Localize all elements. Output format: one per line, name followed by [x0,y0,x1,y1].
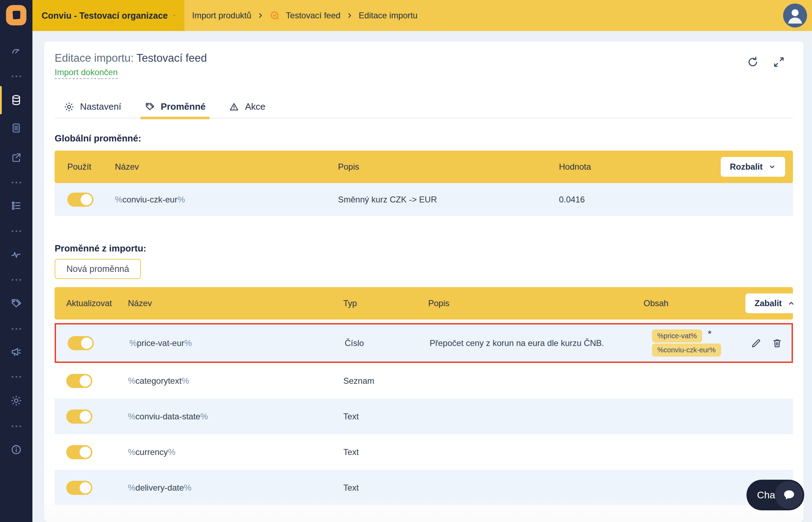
sidebar-item-export[interactable] [0,150,32,165]
sidebar-item-activity[interactable] [0,247,32,262]
column-obsah: Obsah [644,298,745,308]
zabalit-label: Zabalit [755,298,782,308]
pencil-icon [750,337,762,349]
tab-label: Akce [245,101,265,112]
page-title-prefix: Editace importu: [55,52,136,64]
user-avatar[interactable] [783,4,807,28]
content-tag[interactable]: %price-vat% [652,329,702,342]
global-table-header: Použít Název Popis Hodnota Rozbalit [55,151,793,183]
global-variables-heading: Globální proměnné: [55,133,793,144]
import-variable-row-price-vat-eur: %price-vat-eur% Číslo Přepočet ceny z ko… [55,323,793,363]
share-export-icon [11,152,22,163]
sidebar-item-info[interactable] [0,442,32,457]
variable-name: %conviu-data-state% [128,412,343,421]
variable-type: Text [343,412,428,421]
new-variable-button[interactable]: Nová proměnná [55,259,141,279]
zabalit-button[interactable]: Zabalit [745,293,804,313]
import-variable-row-currency: %currency% Text [55,434,793,470]
tab-label: Nastavení [80,101,121,112]
breadcrumb-testovaci-feed[interactable]: Testovací feed [286,11,340,20]
chevron-down-icon [173,11,176,20]
tags-icon [10,298,22,310]
sidebar-dots-icon [0,376,32,378]
sidebar-item-tags[interactable] [0,296,32,311]
breadcrumb: Import produktů Testovací feed Editace i… [184,10,418,21]
sidebar-dots-icon [0,328,32,330]
toggle-knob [80,447,91,458]
tab-akce[interactable]: Akce [229,101,265,118]
column-hodnota: Hodnota [559,162,710,172]
topbar: Conviu - Testovací organizace Import pro… [32,0,812,31]
variable-description: Přepočet ceny z korun na eura dle kurzu … [430,338,645,348]
variable-name: %description% [128,518,343,522]
page-title-feed-name: Testovací feed [136,52,207,64]
toggle-knob [81,338,92,349]
sidebar-item-documents[interactable] [0,120,32,136]
tab-nastaveni[interactable]: Nastavení [64,101,121,118]
variable-type: Text [343,518,428,522]
refresh-button[interactable] [746,56,759,68]
chevron-up-icon [787,299,795,307]
delete-variable-button[interactable] [771,337,783,349]
expand-fullscreen-button[interactable] [773,56,785,68]
variable-type: Číslo [345,338,430,348]
variable-value: 0.0416 [559,195,710,205]
chat-bubble-circle [775,481,803,509]
content-operator: * [708,329,712,339]
sidebar-item-lists[interactable] [0,198,32,213]
conviu-logo[interactable] [5,4,28,27]
column-popis: Popis [338,162,559,172]
content-tag[interactable]: %conviu-czk-eur% [652,344,721,357]
edit-variable-button[interactable] [750,337,762,349]
import-edit-card: Editace importu: Testovací feed Import d… [44,42,804,522]
sidebar-item-announcements[interactable] [0,344,32,360]
toggle-update-delivery-date[interactable] [66,481,92,495]
sidebar [0,0,32,522]
tab-bar: Nastavení Proměnné Akce [55,101,793,119]
main-content: Editace importu: Testovací feed Import d… [32,31,812,522]
organization-selector[interactable]: Conviu - Testovací organizace [32,0,184,31]
chevron-down-icon [768,163,776,171]
toggle-knob [80,518,91,522]
chat-bubble-icon [782,488,796,503]
variable-content-tags: %price-vat% * %conviu-czk-eur% [645,329,747,357]
sidebar-item-dashboard[interactable] [0,43,32,59]
chat-widget-button[interactable]: Chat [746,480,804,510]
sidebar-dots-icon [0,279,32,281]
megaphone-icon [10,346,22,358]
toggle-knob [80,482,91,493]
dashboard-gauge-icon [11,45,22,57]
global-variable-row: %conviu-czk-eur% Směnný kurz CZK -> EUR … [55,183,793,216]
tab-promenne[interactable]: Proměnné [144,101,205,118]
sidebar-item-settings[interactable] [0,393,32,408]
rozbalit-button[interactable]: Rozbalit [721,157,785,177]
feed-status-check-icon [270,10,280,21]
chevron-right-icon [346,12,353,19]
import-status-link[interactable]: Import dokončen [55,67,118,79]
breadcrumb-editace-importu[interactable]: Editace importu [359,11,418,20]
sidebar-dots-icon [0,75,32,77]
toggle-update-categorytext[interactable] [66,374,92,388]
breadcrumb-import-produktu[interactable]: Import produktů [192,11,251,20]
toggle-update-conviu-data-state[interactable] [66,409,92,424]
toggle-use-conviu-czk-eur[interactable] [67,193,93,207]
import-variables-heading: Proměnné z importu: [55,243,793,254]
card-actions [746,56,785,68]
sidebar-item-data[interactable] [0,92,32,108]
variable-name: %currency% [128,447,343,457]
variable-name: %categorytext% [128,376,343,386]
toggle-knob [80,375,91,387]
toggle-update-price-vat-eur[interactable] [68,336,94,350]
expand-icon [773,56,785,68]
variable-name: %conviu-czk-eur% [115,195,338,205]
trash-icon [771,337,783,349]
warning-triangle-icon [229,102,239,112]
conviu-logo-icon [5,4,28,27]
toggle-knob [81,194,92,205]
chevron-right-icon [257,12,264,19]
toggle-update-description[interactable] [66,516,92,522]
column-aktualizovat: Aktualizovat [66,298,128,308]
sidebar-dots-icon [0,230,32,232]
toggle-update-currency[interactable] [66,445,92,459]
rozbalit-label: Rozbalit [730,162,763,172]
